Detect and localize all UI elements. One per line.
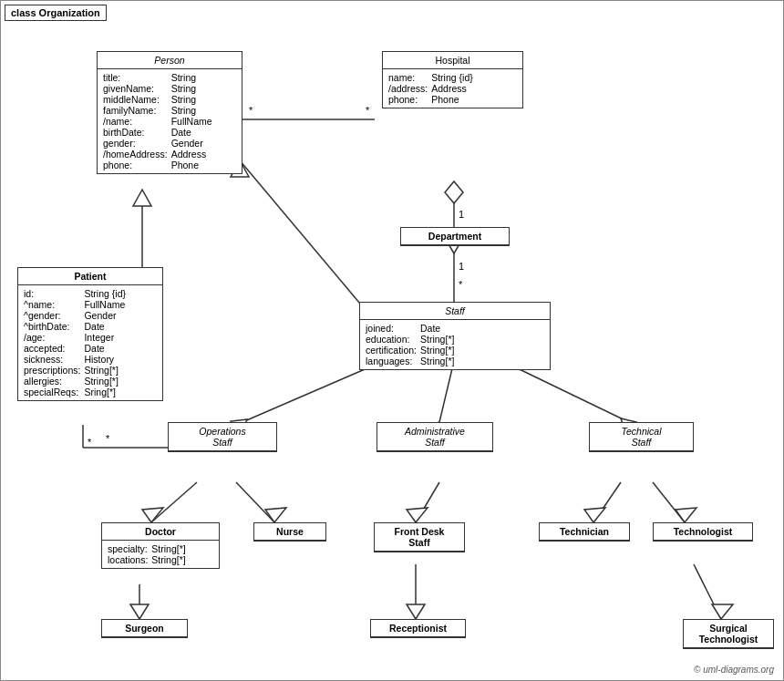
doctor-title: Doctor xyxy=(102,523,219,541)
svg-text:*: * xyxy=(366,105,370,116)
svg-text:1: 1 xyxy=(459,261,464,272)
surgeon-class: Surgeon xyxy=(101,619,188,638)
administrative-staff-class: AdministrativeStaff xyxy=(377,422,493,452)
svg-line-29 xyxy=(416,482,439,522)
technologist-class: Technologist xyxy=(653,522,753,542)
svg-marker-12 xyxy=(133,190,151,206)
patient-class: Patient id:String {id} ^name:FullName ^g… xyxy=(17,267,163,401)
diagram: class Organization * * 1 * * 1 * * xyxy=(0,0,784,681)
svg-text:*: * xyxy=(249,105,253,116)
svg-line-33 xyxy=(653,482,685,522)
diagram-title: class Organization xyxy=(5,5,107,21)
receptionist-class: Receptionist xyxy=(370,619,466,638)
staff-body: joined:Date education:String[*] certific… xyxy=(360,320,550,369)
technician-class: Technician xyxy=(539,522,630,542)
doctor-body: specialty:String[*] locations:String[*] xyxy=(102,541,219,568)
person-class: Person title:String givenName:String mid… xyxy=(97,51,242,174)
technician-title: Technician xyxy=(540,523,629,541)
technologist-title: Technologist xyxy=(654,523,752,541)
svg-marker-40 xyxy=(712,604,733,619)
svg-marker-36 xyxy=(130,604,149,619)
technical-staff-title: TechnicalStaff xyxy=(590,423,693,451)
nurse-class: Nurse xyxy=(253,522,326,542)
operations-staff-title: OperationsStaff xyxy=(169,423,276,451)
svg-marker-30 xyxy=(407,508,428,522)
technical-staff-class: TechnicalStaff xyxy=(589,422,694,452)
surgical-technologist-class: SurgicalTechnologist xyxy=(683,619,774,649)
svg-text:*: * xyxy=(106,433,110,444)
hospital-body: name:String {id} /address:Address phone:… xyxy=(383,69,522,108)
staff-class: Staff joined:Date education:String[*] ce… xyxy=(359,302,551,370)
patient-body: id:String {id} ^name:FullName ^gender:Ge… xyxy=(18,285,162,400)
svg-text:1: 1 xyxy=(459,209,464,220)
svg-text:*: * xyxy=(459,279,463,290)
copyright: © uml-diagrams.org xyxy=(694,665,774,675)
svg-line-39 xyxy=(694,564,721,619)
svg-line-21 xyxy=(439,361,454,422)
administrative-staff-title: AdministrativeStaff xyxy=(377,423,492,451)
front-desk-staff-class: Front DeskStaff xyxy=(374,522,465,552)
patient-title: Patient xyxy=(18,268,162,285)
receptionist-title: Receptionist xyxy=(371,620,465,637)
svg-line-31 xyxy=(593,482,621,522)
svg-line-19 xyxy=(236,361,384,425)
svg-marker-34 xyxy=(676,508,696,522)
svg-text:*: * xyxy=(88,437,92,448)
doctor-class: Doctor specialty:String[*] locations:Str… xyxy=(101,522,220,569)
operations-staff-class: OperationsStaff xyxy=(168,422,277,452)
hospital-title: Hospital xyxy=(383,52,522,69)
svg-line-23 xyxy=(502,361,634,425)
department-title: Department xyxy=(401,228,509,245)
surgical-technologist-title: SurgicalTechnologist xyxy=(684,620,773,648)
nurse-title: Nurse xyxy=(254,523,325,541)
person-body: title:String givenName:String middleName… xyxy=(98,69,242,173)
svg-marker-38 xyxy=(407,604,425,619)
hospital-class: Hospital name:String {id} /address:Addre… xyxy=(382,51,523,108)
svg-marker-26 xyxy=(142,508,163,522)
front-desk-staff-title: Front DeskStaff xyxy=(375,523,464,552)
svg-marker-3 xyxy=(445,181,463,203)
surgeon-title: Surgeon xyxy=(102,620,187,637)
department-class: Department xyxy=(400,227,510,246)
svg-line-25 xyxy=(151,482,197,522)
person-title: Person xyxy=(98,52,242,69)
staff-title: Staff xyxy=(360,303,550,320)
svg-marker-28 xyxy=(265,508,286,522)
svg-marker-32 xyxy=(584,508,605,522)
svg-line-27 xyxy=(236,482,274,522)
